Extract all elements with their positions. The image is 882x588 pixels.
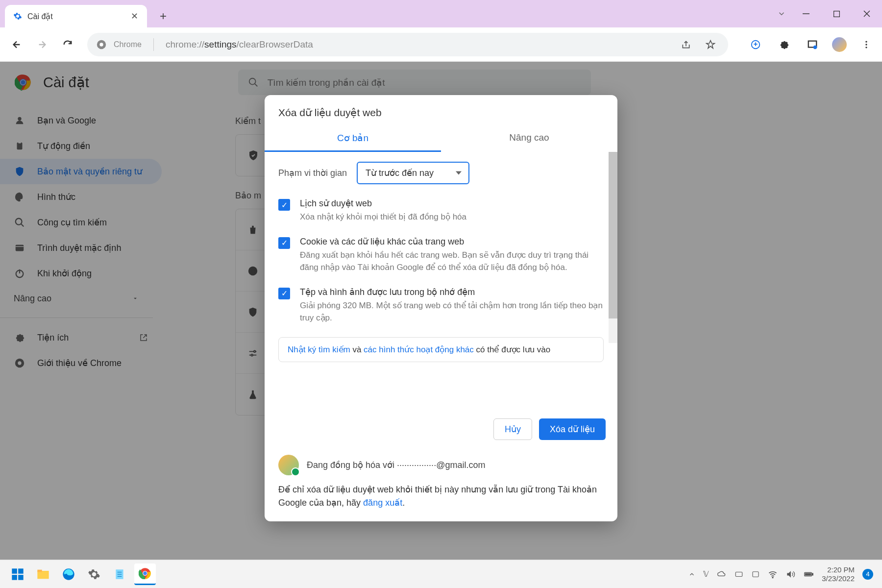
svg-rect-45 [753, 571, 759, 577]
sync-info-row: Đang đồng bộ hóa với ················@gm… [265, 447, 617, 483]
dialog-body: Phạm vi thời gian Từ trước đến nay ✓ Lịc… [265, 152, 617, 411]
tray-v-icon[interactable]: 𝕍 [703, 569, 709, 579]
onedrive-icon[interactable] [717, 569, 727, 579]
chrome-icon [96, 39, 107, 50]
address-bar[interactable]: Chrome chrome://settings/clearBrowserDat… [87, 33, 728, 56]
svg-point-9 [865, 41, 867, 42]
touchpad-icon[interactable] [751, 570, 760, 579]
checkbox-row-cache: ✓ Tệp và hình ảnh được lưu trong bộ nhớ … [278, 287, 604, 324]
tab-title: Cài đặt [27, 12, 124, 21]
clear-data-button[interactable]: Xóa dữ liệu [539, 418, 606, 440]
svg-rect-49 [806, 573, 811, 575]
time-range-select[interactable]: Từ trước đến nay [357, 162, 469, 184]
scrollbar[interactable] [609, 152, 617, 343]
close-icon[interactable]: ✕ [129, 11, 139, 21]
volume-icon[interactable] [785, 569, 795, 579]
checkbox-cookies[interactable]: ✓ [278, 237, 290, 249]
chrome-taskbar-icon[interactable] [134, 564, 156, 585]
url-text: chrome://settings/clearBrowserData [166, 39, 670, 50]
browser-toolbar: Chrome chrome://settings/clearBrowserDat… [0, 27, 882, 62]
dialog-title: Xóa dữ liệu duyệt web [265, 95, 617, 125]
wifi-icon[interactable] [768, 569, 778, 579]
svg-rect-32 [12, 575, 17, 580]
start-button[interactable] [7, 564, 28, 585]
checkbox-label: Tệp và hình ảnh được lưu trong bộ nhớ đệ… [300, 287, 604, 297]
svg-point-43 [143, 571, 147, 575]
extension-icon-2[interactable] [804, 36, 821, 53]
svg-rect-48 [812, 573, 813, 575]
search-history-link[interactable]: Nhật ký tìm kiếm [288, 345, 350, 354]
sync-avatar [278, 455, 299, 475]
svg-rect-31 [18, 568, 23, 574]
extension-icon-1[interactable] [747, 36, 764, 53]
notepad-icon[interactable] [109, 564, 130, 585]
svg-rect-1 [833, 11, 839, 17]
modal-overlay: Xóa dữ liệu duyệt web Cơ bản Nâng cao Ph… [0, 62, 882, 560]
new-tab-button[interactable]: + [154, 7, 172, 25]
back-button[interactable] [7, 35, 26, 54]
profile-avatar[interactable] [832, 37, 847, 52]
svg-point-8 [813, 45, 817, 49]
checkbox-sublabel: Xóa nhật ký khỏi mọi thiết bị đã đồng bộ… [300, 211, 466, 223]
bookmark-icon[interactable] [702, 36, 719, 53]
svg-rect-34 [37, 571, 49, 579]
dialog-footer: Để chỉ xóa dữ liệu duyệt web khỏi thiết … [265, 483, 617, 521]
taskbar-clock[interactable]: 2:20 PM 3/23/2022 [822, 565, 855, 583]
svg-rect-35 [37, 569, 42, 572]
settings-icon[interactable] [83, 564, 105, 585]
language-icon[interactable] [735, 570, 743, 579]
battery-icon[interactable] [803, 569, 814, 580]
svg-point-5 [99, 43, 103, 46]
svg-point-11 [865, 47, 867, 48]
url-prefix: Chrome [114, 40, 142, 49]
svg-rect-33 [18, 575, 23, 580]
minimize-button[interactable] [791, 3, 821, 24]
checkbox-sublabel: Đăng xuất bạn khỏi hầu hết các trang web… [300, 249, 604, 274]
svg-point-10 [865, 44, 867, 45]
tray-chevron-icon[interactable] [688, 571, 695, 578]
checkbox-cache[interactable]: ✓ [278, 288, 290, 299]
notification-badge[interactable]: 4 [862, 569, 873, 580]
tab-basic[interactable]: Cơ bản [265, 125, 441, 152]
time-range-label: Phạm vi thời gian [278, 168, 347, 178]
gear-icon [13, 11, 23, 21]
sync-text: Đang đồng bộ hóa với ················@gm… [307, 460, 485, 470]
checkbox-row-cookies: ✓ Cookie và các dữ liệu khác của trang w… [278, 236, 604, 274]
svg-rect-44 [736, 572, 743, 576]
maximize-button[interactable] [821, 3, 852, 24]
tab-advanced[interactable]: Nâng cao [441, 125, 617, 152]
browser-tab[interactable]: Cài đặt ✕ [5, 5, 147, 27]
sync-badge-icon [291, 467, 300, 476]
checkbox-history[interactable]: ✓ [278, 199, 290, 211]
share-icon[interactable] [677, 36, 695, 53]
file-explorer-icon[interactable] [32, 564, 54, 585]
checkbox-sublabel: Giải phóng 320 MB. Một số trang web có t… [300, 299, 604, 324]
other-activity-link[interactable]: các hình thức hoạt động khác [364, 345, 474, 354]
checkbox-row-history: ✓ Lịch sử duyệt web Xóa nhật ký khỏi mọi… [278, 198, 604, 223]
svg-rect-30 [12, 568, 17, 574]
window-titlebar: Cài đặt ✕ + [0, 0, 882, 27]
reload-button[interactable] [58, 35, 77, 54]
cancel-button[interactable]: Hủy [493, 418, 532, 440]
extensions-icon[interactable] [775, 36, 793, 53]
sign-out-link[interactable]: đăng xuất [363, 498, 402, 508]
checkbox-label: Cookie và các dữ liệu khác của trang web [300, 236, 604, 247]
forward-button[interactable] [32, 35, 52, 54]
info-box: Nhật ký tìm kiếm và các hình thức hoạt đ… [278, 337, 604, 362]
windows-taskbar: 𝕍 2:20 PM 3/23/2022 4 [0, 560, 882, 588]
window-close-button[interactable] [852, 3, 882, 24]
chevron-down-icon[interactable] [777, 9, 786, 18]
svg-point-46 [772, 577, 773, 578]
dialog-tabs: Cơ bản Nâng cao [265, 125, 617, 152]
checkbox-label: Lịch sử duyệt web [300, 198, 466, 209]
clear-browsing-data-dialog: Xóa dữ liệu duyệt web Cơ bản Nâng cao Ph… [265, 95, 617, 521]
edge-icon[interactable] [58, 564, 79, 585]
menu-icon[interactable] [858, 36, 875, 53]
